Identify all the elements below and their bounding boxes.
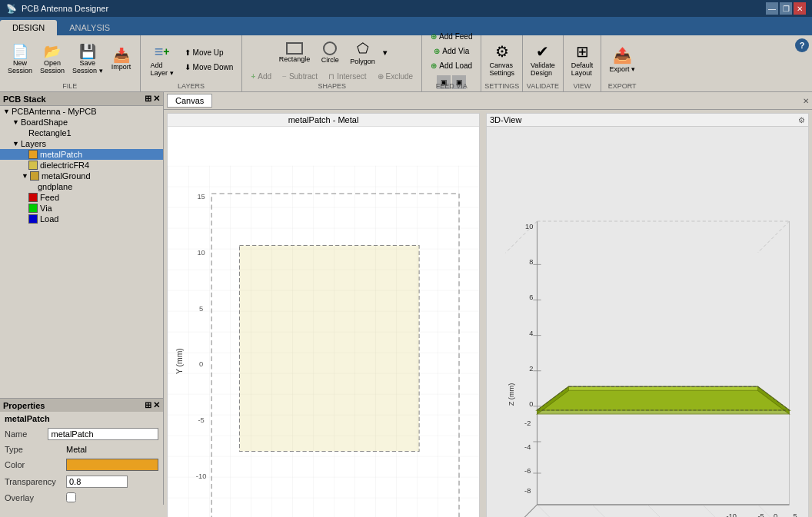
toolbar-feed-via-section: ⊕ Add Feed ⊕ Add Via ⊕ Add Load ▣ ▣ FEED… bbox=[422, 35, 481, 91]
svg-text:0: 0 bbox=[774, 512, 777, 517]
svg-text:-8: -8 bbox=[524, 487, 531, 495]
exclude-button[interactable]: ⊕ Exclude bbox=[374, 70, 418, 83]
open-session-button[interactable]: 📂 Open Session bbox=[37, 41, 68, 78]
pcbantenna-label: PCBAntenna - MyPCB bbox=[12, 107, 97, 116]
pcb-stack-header-icons: ⊞ ✕ bbox=[145, 94, 160, 104]
prop-type-row: Type Metal bbox=[0, 442, 163, 456]
properties-panel: Properties ⊞ ✕ metalPatch Name Type Meta… bbox=[0, 398, 163, 505]
feed-color bbox=[28, 193, 38, 202]
properties-icon[interactable]: ⊞ bbox=[145, 400, 151, 410]
add-button[interactable]: + Add bbox=[247, 70, 275, 83]
boardshape-label: BoardShape bbox=[21, 118, 68, 127]
add-feed-button[interactable]: ⊕ Add Feed bbox=[427, 30, 476, 43]
add-layer-icon: ≡ + bbox=[155, 43, 170, 61]
tree-item[interactable]: ▼ metalGround bbox=[0, 171, 163, 181]
tree-item[interactable]: ▼ PCBAntenna - MyPCB bbox=[0, 106, 163, 117]
prop-type-value: Metal bbox=[66, 445, 158, 454]
export-section-label: EXPORT bbox=[601, 82, 643, 90]
canvas-settings-icon: ⚙ bbox=[495, 42, 509, 61]
prop-color-label: Color bbox=[5, 460, 66, 469]
move-up-icon: ⬆ bbox=[185, 48, 191, 57]
import-button[interactable]: 📥 Import bbox=[108, 45, 135, 74]
default-layout-button[interactable]: ⊞ DefaultLayout bbox=[568, 39, 597, 80]
view3d-settings[interactable]: ⚙ bbox=[798, 116, 805, 124]
add-load-icon: ⊕ bbox=[431, 61, 437, 70]
main-area: PCB Stack ⊞ ✕ ▼ PCBAntenna - MyPCB ▼ Boa… bbox=[0, 92, 812, 505]
properties-close[interactable]: ✕ bbox=[153, 400, 160, 410]
rectangle1-label: Rectangle1 bbox=[28, 128, 72, 138]
titlebar-controls: — ❐ ✕ bbox=[766, 2, 806, 15]
feed-label: Feed bbox=[40, 193, 59, 202]
properties-header: Properties ⊞ ✕ bbox=[0, 399, 163, 412]
add-load-button[interactable]: ⊕ Add Load bbox=[427, 59, 476, 72]
svg-text:-2: -2 bbox=[524, 419, 531, 427]
help-button[interactable]: ? bbox=[792, 35, 812, 91]
tree-item[interactable]: ▶ gndplane bbox=[0, 181, 163, 192]
save-session-button[interactable]: 💾 Save Session ▾ bbox=[69, 41, 106, 78]
toolbar-settings-section: ⚙ CanvasSettings SETTINGS bbox=[481, 35, 523, 91]
toolbar-layers-section: ≡ + AddLayer ▾ ⬆ Move Up ⬇ Move Down LAY… bbox=[141, 35, 243, 91]
prop-name-label: Name bbox=[5, 429, 48, 439]
import-label: Import bbox=[111, 63, 131, 71]
titlebar-title: 📡 PCB Antenna Designer bbox=[6, 4, 108, 14]
tree-item[interactable]: ▶ dielectricFR4 bbox=[0, 160, 163, 171]
svg-marker-34 bbox=[537, 390, 790, 414]
tree-item[interactable]: ▼ BoardShape bbox=[0, 117, 163, 128]
maximize-button[interactable]: ❐ bbox=[780, 2, 792, 15]
tree-item[interactable]: ▼ Layers bbox=[0, 138, 163, 149]
prop-overlay-checkbox[interactable] bbox=[66, 492, 76, 502]
left-panel: PCB Stack ⊞ ✕ ▼ PCBAntenna - MyPCB ▼ Boa… bbox=[0, 92, 164, 505]
pcb-stack-panel: PCB Stack ⊞ ✕ ▼ PCBAntenna - MyPCB ▼ Boa… bbox=[0, 92, 163, 398]
circle-button[interactable]: Circle bbox=[316, 38, 344, 67]
tab-analysis[interactable]: ANALYSIS bbox=[57, 20, 122, 35]
add-layer-button[interactable]: ≡ + AddLayer ▾ bbox=[145, 40, 179, 80]
svg-text:-4: -4 bbox=[524, 443, 531, 451]
metalpatch-color bbox=[28, 150, 38, 159]
svg-text:6: 6 bbox=[529, 293, 533, 301]
new-session-icon: 📄 bbox=[12, 45, 28, 58]
subtract-icon: − bbox=[282, 72, 287, 81]
canvas-tab[interactable]: Canvas bbox=[167, 94, 212, 108]
subtract-button[interactable]: − Subtract bbox=[278, 70, 321, 83]
polygon-button[interactable]: ⬠ Polygon bbox=[347, 37, 378, 68]
prop-transparency-input[interactable] bbox=[66, 476, 128, 488]
canvas-2d-svg: Y (mm) X (mm) 15 10 5 0 -5 -10 -15 -10 -… bbox=[168, 129, 479, 517]
close-button[interactable]: ✕ bbox=[794, 2, 806, 15]
prop-name-input[interactable] bbox=[48, 428, 158, 440]
minimize-button[interactable]: — bbox=[766, 2, 778, 15]
svg-text:0: 0 bbox=[529, 400, 533, 408]
move-up-button[interactable]: ⬆ Move Up bbox=[181, 46, 238, 59]
svg-text:Z (mm): Z (mm) bbox=[508, 383, 515, 406]
export-button[interactable]: 📤 Export ▾ bbox=[606, 43, 638, 76]
tab-design[interactable]: DESIGN bbox=[0, 20, 57, 35]
exclude-icon: ⊕ bbox=[378, 72, 384, 81]
pcb-stack-icon1[interactable]: ⊞ bbox=[145, 94, 151, 104]
rectangle-button[interactable]: Rectangle bbox=[276, 39, 314, 66]
prop-color-swatch[interactable] bbox=[66, 459, 158, 471]
tree-arrow: ▼ bbox=[3, 108, 10, 115]
move-down-icon: ⬇ bbox=[185, 63, 191, 71]
pcb-stack-close[interactable]: ✕ bbox=[153, 94, 160, 104]
open-session-label: Open Session bbox=[40, 59, 65, 75]
tree-item[interactable]: ▶ Via bbox=[0, 203, 163, 214]
canvas-2d: metalPatch - Metal Y (mm) X (mm) 15 bbox=[167, 113, 480, 517]
tree-item[interactable]: ▶ Feed bbox=[0, 192, 163, 203]
svg-text:5: 5 bbox=[794, 512, 797, 517]
canvas-tab-close[interactable]: ✕ bbox=[803, 97, 809, 105]
tree-item[interactable]: ▶ metalPatch bbox=[0, 149, 163, 160]
dielectric-color bbox=[28, 161, 38, 170]
intersect-button[interactable]: ⊓ Intersect bbox=[324, 70, 370, 83]
circle-icon bbox=[323, 41, 337, 55]
tree-item[interactable]: ▶ Load bbox=[0, 214, 163, 224]
via-label: Via bbox=[40, 204, 52, 213]
new-session-button[interactable]: 📄 New Session bbox=[5, 41, 35, 78]
validate-section-label: VALIDATE bbox=[523, 82, 563, 90]
add-via-button[interactable]: ⊕ Add Via bbox=[430, 45, 473, 58]
move-down-button[interactable]: ⬇ Move Down bbox=[181, 61, 238, 74]
validate-design-button[interactable]: ✔ ValidateDesign bbox=[527, 39, 558, 80]
tree-item[interactable]: ▶ Rectangle1 bbox=[0, 128, 163, 138]
shapes-dropdown[interactable]: ▾ bbox=[381, 47, 388, 58]
svg-text:-6: -6 bbox=[524, 467, 531, 475]
canvas-settings-button[interactable]: ⚙ CanvasSettings bbox=[486, 39, 517, 80]
load-color bbox=[28, 214, 38, 224]
